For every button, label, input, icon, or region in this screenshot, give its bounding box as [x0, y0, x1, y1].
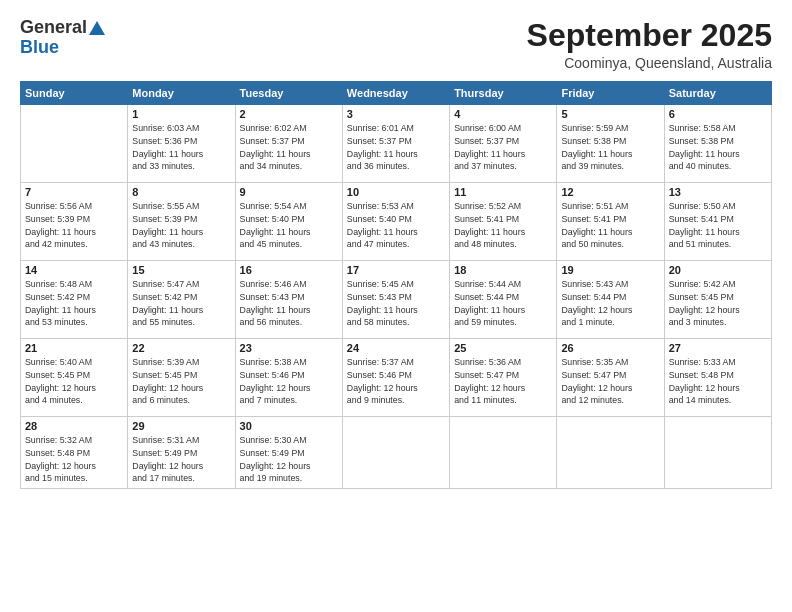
- col-header-monday: Monday: [128, 82, 235, 105]
- calendar-cell-w5-d5: [450, 417, 557, 489]
- calendar-cell-w3-d2: 15Sunrise: 5:47 AM Sunset: 5:42 PM Dayli…: [128, 261, 235, 339]
- day-info: Sunrise: 5:44 AM Sunset: 5:44 PM Dayligh…: [454, 278, 552, 329]
- day-info: Sunrise: 5:37 AM Sunset: 5:46 PM Dayligh…: [347, 356, 445, 407]
- day-number: 22: [132, 342, 230, 354]
- calendar-cell-w3-d6: 19Sunrise: 5:43 AM Sunset: 5:44 PM Dayli…: [557, 261, 664, 339]
- svg-marker-0: [89, 21, 105, 35]
- day-info: Sunrise: 5:58 AM Sunset: 5:38 PM Dayligh…: [669, 122, 767, 173]
- day-info: Sunrise: 5:35 AM Sunset: 5:47 PM Dayligh…: [561, 356, 659, 407]
- month-title: September 2025: [527, 18, 772, 53]
- calendar-header-row: Sunday Monday Tuesday Wednesday Thursday…: [21, 82, 772, 105]
- calendar-cell-w5-d2: 29Sunrise: 5:31 AM Sunset: 5:49 PM Dayli…: [128, 417, 235, 489]
- day-info: Sunrise: 5:48 AM Sunset: 5:42 PM Dayligh…: [25, 278, 123, 329]
- logo-triangle-icon: [89, 20, 105, 36]
- day-number: 23: [240, 342, 338, 354]
- day-number: 18: [454, 264, 552, 276]
- day-info: Sunrise: 5:39 AM Sunset: 5:45 PM Dayligh…: [132, 356, 230, 407]
- calendar-cell-w3-d4: 17Sunrise: 5:45 AM Sunset: 5:43 PM Dayli…: [342, 261, 449, 339]
- day-number: 28: [25, 420, 123, 432]
- calendar-cell-w4-d3: 23Sunrise: 5:38 AM Sunset: 5:46 PM Dayli…: [235, 339, 342, 417]
- day-number: 3: [347, 108, 445, 120]
- day-info: Sunrise: 5:59 AM Sunset: 5:38 PM Dayligh…: [561, 122, 659, 173]
- day-number: 24: [347, 342, 445, 354]
- calendar-week-3: 14Sunrise: 5:48 AM Sunset: 5:42 PM Dayli…: [21, 261, 772, 339]
- day-info: Sunrise: 5:33 AM Sunset: 5:48 PM Dayligh…: [669, 356, 767, 407]
- calendar-cell-w2-d3: 9Sunrise: 5:54 AM Sunset: 5:40 PM Daylig…: [235, 183, 342, 261]
- col-header-sunday: Sunday: [21, 82, 128, 105]
- calendar-week-5: 28Sunrise: 5:32 AM Sunset: 5:48 PM Dayli…: [21, 417, 772, 489]
- day-number: 19: [561, 264, 659, 276]
- calendar-cell-w2-d7: 13Sunrise: 5:50 AM Sunset: 5:41 PM Dayli…: [664, 183, 771, 261]
- day-number: 10: [347, 186, 445, 198]
- col-header-wednesday: Wednesday: [342, 82, 449, 105]
- day-number: 2: [240, 108, 338, 120]
- calendar-cell-w4-d6: 26Sunrise: 5:35 AM Sunset: 5:47 PM Dayli…: [557, 339, 664, 417]
- calendar-cell-w4-d7: 27Sunrise: 5:33 AM Sunset: 5:48 PM Dayli…: [664, 339, 771, 417]
- page: General Blue September 2025 Coominya, Qu…: [0, 0, 792, 612]
- calendar-cell-w2-d1: 7Sunrise: 5:56 AM Sunset: 5:39 PM Daylig…: [21, 183, 128, 261]
- day-number: 30: [240, 420, 338, 432]
- day-number: 9: [240, 186, 338, 198]
- day-info: Sunrise: 5:42 AM Sunset: 5:45 PM Dayligh…: [669, 278, 767, 329]
- calendar-week-4: 21Sunrise: 5:40 AM Sunset: 5:45 PM Dayli…: [21, 339, 772, 417]
- day-number: 7: [25, 186, 123, 198]
- calendar-cell-w1-d7: 6Sunrise: 5:58 AM Sunset: 5:38 PM Daylig…: [664, 105, 771, 183]
- col-header-thursday: Thursday: [450, 82, 557, 105]
- day-info: Sunrise: 5:53 AM Sunset: 5:40 PM Dayligh…: [347, 200, 445, 251]
- calendar-cell-w1-d3: 2Sunrise: 6:02 AM Sunset: 5:37 PM Daylig…: [235, 105, 342, 183]
- day-info: Sunrise: 5:54 AM Sunset: 5:40 PM Dayligh…: [240, 200, 338, 251]
- calendar-cell-w2-d4: 10Sunrise: 5:53 AM Sunset: 5:40 PM Dayli…: [342, 183, 449, 261]
- day-info: Sunrise: 5:51 AM Sunset: 5:41 PM Dayligh…: [561, 200, 659, 251]
- day-info: Sunrise: 5:40 AM Sunset: 5:45 PM Dayligh…: [25, 356, 123, 407]
- calendar-week-2: 7Sunrise: 5:56 AM Sunset: 5:39 PM Daylig…: [21, 183, 772, 261]
- calendar-cell-w3-d3: 16Sunrise: 5:46 AM Sunset: 5:43 PM Dayli…: [235, 261, 342, 339]
- day-number: 21: [25, 342, 123, 354]
- calendar-cell-w4-d5: 25Sunrise: 5:36 AM Sunset: 5:47 PM Dayli…: [450, 339, 557, 417]
- calendar-cell-w3-d7: 20Sunrise: 5:42 AM Sunset: 5:45 PM Dayli…: [664, 261, 771, 339]
- day-info: Sunrise: 5:52 AM Sunset: 5:41 PM Dayligh…: [454, 200, 552, 251]
- header: General Blue September 2025 Coominya, Qu…: [20, 18, 772, 71]
- title-block: September 2025 Coominya, Queensland, Aus…: [527, 18, 772, 71]
- col-header-saturday: Saturday: [664, 82, 771, 105]
- day-info: Sunrise: 6:03 AM Sunset: 5:36 PM Dayligh…: [132, 122, 230, 173]
- day-info: Sunrise: 5:45 AM Sunset: 5:43 PM Dayligh…: [347, 278, 445, 329]
- col-header-tuesday: Tuesday: [235, 82, 342, 105]
- day-number: 1: [132, 108, 230, 120]
- day-info: Sunrise: 5:32 AM Sunset: 5:48 PM Dayligh…: [25, 434, 123, 485]
- day-number: 5: [561, 108, 659, 120]
- day-number: 8: [132, 186, 230, 198]
- calendar-cell-w4-d1: 21Sunrise: 5:40 AM Sunset: 5:45 PM Dayli…: [21, 339, 128, 417]
- day-number: 6: [669, 108, 767, 120]
- day-info: Sunrise: 5:36 AM Sunset: 5:47 PM Dayligh…: [454, 356, 552, 407]
- day-info: Sunrise: 5:55 AM Sunset: 5:39 PM Dayligh…: [132, 200, 230, 251]
- calendar-week-1: 1Sunrise: 6:03 AM Sunset: 5:36 PM Daylig…: [21, 105, 772, 183]
- day-number: 29: [132, 420, 230, 432]
- day-info: Sunrise: 5:38 AM Sunset: 5:46 PM Dayligh…: [240, 356, 338, 407]
- col-header-friday: Friday: [557, 82, 664, 105]
- day-number: 11: [454, 186, 552, 198]
- calendar-cell-w3-d5: 18Sunrise: 5:44 AM Sunset: 5:44 PM Dayli…: [450, 261, 557, 339]
- calendar-cell-w5-d3: 30Sunrise: 5:30 AM Sunset: 5:49 PM Dayli…: [235, 417, 342, 489]
- calendar-cell-w2-d6: 12Sunrise: 5:51 AM Sunset: 5:41 PM Dayli…: [557, 183, 664, 261]
- day-info: Sunrise: 6:02 AM Sunset: 5:37 PM Dayligh…: [240, 122, 338, 173]
- day-number: 13: [669, 186, 767, 198]
- day-number: 17: [347, 264, 445, 276]
- calendar-cell-w1-d2: 1Sunrise: 6:03 AM Sunset: 5:36 PM Daylig…: [128, 105, 235, 183]
- day-info: Sunrise: 5:47 AM Sunset: 5:42 PM Dayligh…: [132, 278, 230, 329]
- calendar-cell-w4-d2: 22Sunrise: 5:39 AM Sunset: 5:45 PM Dayli…: [128, 339, 235, 417]
- day-info: Sunrise: 5:46 AM Sunset: 5:43 PM Dayligh…: [240, 278, 338, 329]
- calendar-cell-w1-d1: [21, 105, 128, 183]
- day-number: 15: [132, 264, 230, 276]
- day-info: Sunrise: 6:01 AM Sunset: 5:37 PM Dayligh…: [347, 122, 445, 173]
- day-info: Sunrise: 5:30 AM Sunset: 5:49 PM Dayligh…: [240, 434, 338, 485]
- day-number: 12: [561, 186, 659, 198]
- logo: General Blue: [20, 18, 105, 58]
- day-number: 16: [240, 264, 338, 276]
- calendar-cell-w3-d1: 14Sunrise: 5:48 AM Sunset: 5:42 PM Dayli…: [21, 261, 128, 339]
- calendar-cell-w1-d4: 3Sunrise: 6:01 AM Sunset: 5:37 PM Daylig…: [342, 105, 449, 183]
- day-info: Sunrise: 5:56 AM Sunset: 5:39 PM Dayligh…: [25, 200, 123, 251]
- logo-general-text: General: [20, 18, 87, 38]
- calendar-cell-w2-d5: 11Sunrise: 5:52 AM Sunset: 5:41 PM Dayli…: [450, 183, 557, 261]
- day-number: 26: [561, 342, 659, 354]
- day-info: Sunrise: 5:43 AM Sunset: 5:44 PM Dayligh…: [561, 278, 659, 329]
